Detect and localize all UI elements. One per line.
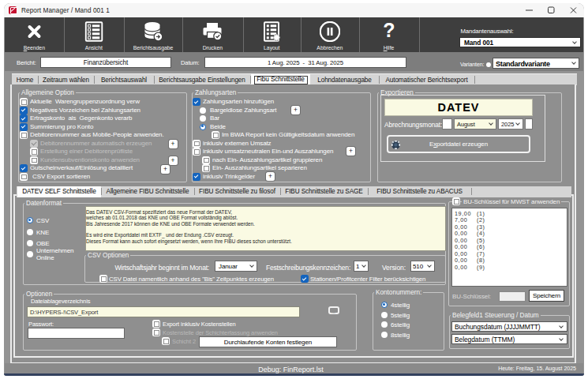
svg-text:?: ?: [383, 21, 395, 41]
